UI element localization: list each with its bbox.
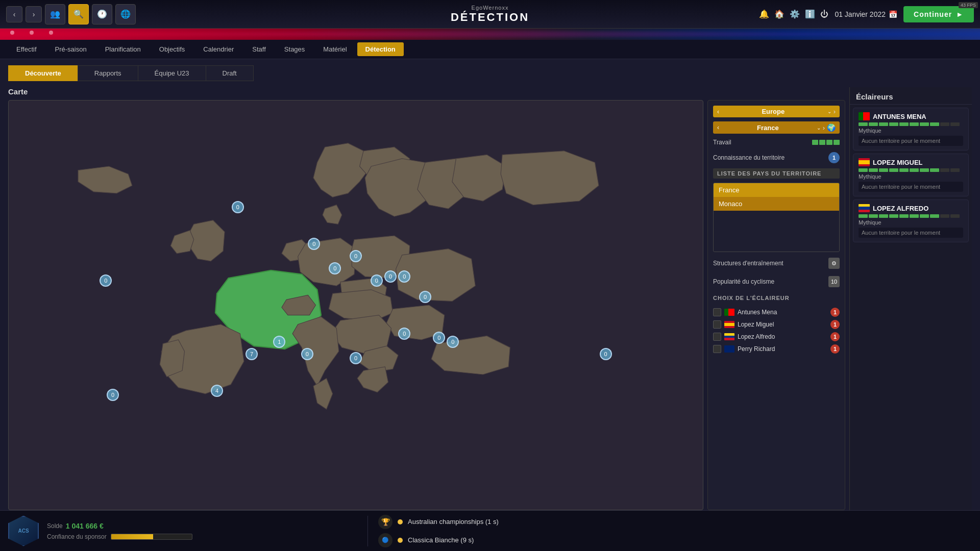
map-marker-11[interactable]: 1	[273, 336, 285, 348]
territory-empty-space	[714, 211, 839, 252]
map-marker-16[interactable]: 4	[211, 385, 223, 397]
solde-label: Solde	[47, 522, 63, 530]
tab-detection[interactable]: Détection	[357, 42, 404, 56]
page-title: DÉTECTION	[451, 11, 529, 24]
eclaireur-count-0: 1	[830, 308, 840, 317]
power-icon[interactable]: ⏻	[820, 10, 828, 19]
flag-co-2	[724, 333, 734, 340]
event-text-0: Australian championships (1 s)	[408, 518, 499, 525]
map-marker-3[interactable]: 0	[329, 262, 341, 274]
region-chevron-icon[interactable]: ⌄	[827, 109, 831, 114]
tab-objectifs[interactable]: Objectifs	[151, 42, 193, 56]
nav-back-button[interactable]: ‹	[6, 6, 22, 22]
map-marker-6[interactable]: 0	[384, 270, 397, 283]
status-right: 🏆 Australian championships (1 s) 🔵 Class…	[368, 515, 980, 547]
top-bar-center: EgoWernoxx DÉTECTION	[451, 5, 529, 24]
subtab-decouverte[interactable]: Découverte	[8, 65, 78, 81]
home-icon[interactable]: 🏠	[774, 9, 785, 19]
scout-card-0[interactable]: ANTUNES MENA Mythique	[853, 108, 969, 151]
scout-rating-2	[859, 214, 963, 218]
map-marker-7[interactable]: 0	[398, 270, 410, 283]
map-marker-18[interactable]: 0	[600, 348, 612, 360]
banner	[0, 29, 980, 40]
banner-dot	[30, 31, 34, 35]
scout-card-1[interactable]: LOPEZ MIGUEL Mythique	[853, 154, 969, 196]
map-marker-15[interactable]: 7	[246, 348, 258, 360]
map-marker-17[interactable]: 0	[107, 389, 119, 401]
subtab-draft[interactable]: Draft	[206, 65, 254, 81]
scout-territory-2: Aucun territoire pour le moment	[859, 228, 963, 238]
event-icon-0: 🏆	[378, 515, 393, 529]
scout-rank-2: Mythique	[859, 219, 963, 226]
structures-icon: ⚙	[828, 258, 840, 269]
subtab-rapports[interactable]: Rapports	[78, 65, 138, 81]
map-panel: ‹ Europe ⌄ › ‹ France ⌄ › 🌍	[707, 100, 845, 510]
country-label: France	[721, 124, 815, 132]
scout-card-2[interactable]: LOPEZ ALFREDO Mythique	[853, 199, 969, 242]
tab-globe-icon[interactable]: 🌐	[115, 4, 136, 24]
tab-roster-icon[interactable]: 👥	[45, 4, 65, 24]
region-arrow-right[interactable]: ›	[834, 108, 836, 115]
map-marker-9[interactable]: 0	[433, 332, 445, 344]
settings-icon[interactable]: ⚙️	[790, 9, 800, 19]
scout-name-1: LOPEZ MIGUEL	[873, 159, 923, 166]
continue-button[interactable]: Continuer ►	[903, 6, 974, 22]
eclaireur-checkbox-1[interactable]	[713, 320, 721, 329]
event-dot-0	[398, 519, 403, 524]
territory-item-monaco[interactable]: Monaco	[714, 197, 839, 211]
region-prev-arrow[interactable]: ‹	[717, 108, 719, 115]
scout-territory-1: Aucun territoire pour le moment	[859, 182, 963, 192]
subtab-equipe-u23[interactable]: Équipe U23	[138, 65, 206, 81]
top-icons: 🔔 🏠 ⚙️ ℹ️ ⏻	[759, 9, 828, 19]
map-marker-13[interactable]: 0	[350, 352, 362, 364]
map-marker-8[interactable]: 0	[419, 291, 431, 303]
tab-pre-saison[interactable]: Pré-saison	[47, 42, 95, 56]
eclaireur-row-2: Lopez Alfredo 1	[713, 331, 840, 343]
scout-header-0: ANTUNES MENA	[859, 112, 963, 120]
territory-list: France Monaco	[713, 183, 840, 252]
map-marker-0[interactable]: 0	[100, 274, 112, 287]
continue-arrow-icon: ►	[956, 10, 964, 18]
map-marker-1[interactable]: 0	[232, 201, 244, 213]
eclaireur-checkbox-0[interactable]	[713, 308, 721, 316]
tab-planification[interactable]: Planification	[97, 42, 149, 56]
eclaireur-name-2: Lopez Alfredo	[738, 333, 827, 340]
map-section: Carte	[8, 87, 849, 510]
map-marker-14[interactable]: 0	[398, 328, 410, 340]
tab-clock-icon[interactable]: 🕐	[92, 4, 112, 24]
map-marker-12[interactable]: 0	[301, 348, 313, 360]
country-arrow-right[interactable]: ›	[823, 124, 825, 132]
territory-item-france[interactable]: France	[714, 183, 839, 197]
choix-title: CHOIX DE L'ÉCLAIREUR	[713, 293, 840, 302]
travail-seg-4	[834, 140, 840, 145]
country-selector[interactable]: ‹ France ⌄ › 🌍	[713, 121, 840, 134]
bell-icon[interactable]: 🔔	[759, 9, 769, 19]
tab-staff[interactable]: Staff	[244, 42, 274, 56]
scout-name-2: LOPEZ ALFREDO	[873, 205, 928, 212]
structures-row: Structures d'entraînement ⚙	[713, 256, 840, 270]
confiance-bar	[111, 534, 192, 540]
map-marker-4[interactable]: 0	[350, 250, 362, 262]
globe-icon[interactable]: 🌍	[827, 123, 836, 132]
eclaireur-checkbox-3[interactable]	[713, 345, 721, 353]
tab-stages[interactable]: Stages	[276, 42, 313, 56]
tab-calendrier[interactable]: Calendrier	[195, 42, 242, 56]
country-prev-arrow[interactable]: ‹	[717, 124, 719, 131]
tab-materiel[interactable]: Matériel	[315, 42, 355, 56]
status-left: ACS Solde 1 041 666 € Confiance du spons…	[0, 516, 368, 546]
map-marker-10[interactable]: 0	[447, 336, 459, 348]
team-logo: ACS	[8, 516, 39, 546]
map-marker-5[interactable]: 0	[371, 274, 383, 287]
nav-forward-button[interactable]: ›	[26, 6, 42, 22]
region-selector[interactable]: ‹ Europe ⌄ ›	[713, 106, 840, 117]
tab-detect-icon[interactable]: 🔍	[68, 4, 89, 24]
country-chevron-icon[interactable]: ⌄	[817, 125, 821, 131]
map-container[interactable]: 0000000000010007400	[8, 100, 703, 510]
popularite-row: Popularité du cyclisme 10	[713, 274, 840, 289]
calendar-icon[interactable]: 📅	[889, 10, 897, 18]
tab-effectif[interactable]: Effectif	[8, 42, 45, 56]
map-marker-2[interactable]: 0	[308, 238, 320, 250]
info-icon[interactable]: ℹ️	[805, 9, 815, 19]
eclaireur-checkbox-2[interactable]	[713, 333, 721, 341]
event-row-1: 🔵 Classica Bianche (9 s)	[378, 533, 970, 547]
